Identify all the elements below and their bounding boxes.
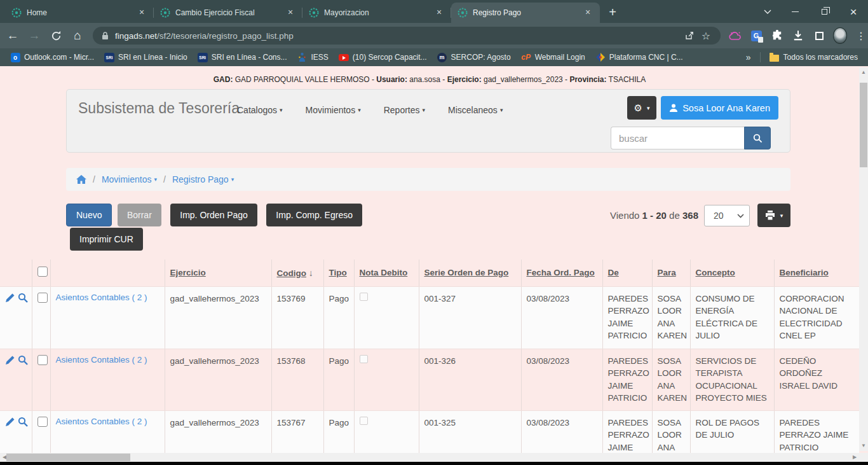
bookmarks-bar: oOutlook.com - Micr... SRiSRI en Línea -… [0,48,868,66]
minimize-button[interactable] [780,0,810,23]
tab-close-icon[interactable]: × [136,7,147,18]
scroll-right-icon[interactable]: ▶ [850,453,859,462]
col-nota-debito[interactable]: Nota Debito [354,260,419,286]
table-row: Asientos Contables ( 2 ) gad_vallehermos… [0,349,859,410]
row-checkbox[interactable] [37,355,48,365]
view-icon[interactable] [18,355,28,365]
row-checkbox[interactable] [37,417,48,427]
download-icon[interactable] [791,29,805,43]
site-favicon-icon [11,8,22,18]
bookmark-iess[interactable]: IESS [292,50,334,64]
nota-debito-checkbox[interactable] [360,355,368,363]
site-favicon-icon [160,8,170,18]
view-icon[interactable] [18,417,28,427]
settings-button[interactable]: ⚙▾ [627,96,656,120]
col-para[interactable]: Para [652,260,690,286]
vertical-scrollbar[interactable]: ▲ ▼ [859,67,868,451]
cpanel-icon: cP [521,53,531,62]
menu-reportes[interactable]: Reportes▾ [372,105,437,115]
tab-close-icon[interactable]: × [582,7,593,18]
select-all-checkbox[interactable] [37,267,48,277]
cloud-extension-icon[interactable] [728,29,742,43]
tab-close-icon[interactable]: × [433,7,445,18]
sri-icon: SRi [104,53,114,62]
bookmark-sercop-youtube[interactable]: (10) Sercop Capacit... [334,50,432,64]
col-beneficiario[interactable]: Beneficiario [774,260,859,286]
vertical-scrollbar-thumb[interactable] [860,83,867,167]
home-breadcrumb-icon[interactable] [76,175,86,184]
menu-miscelaneos[interactable]: Miscelaneos▾ [437,105,514,115]
breadcrumb-movimientos[interactable]: Movimientos▾ [102,174,157,184]
close-window-button[interactable]: × [839,0,868,23]
row-checkbox[interactable] [37,293,48,303]
horizontal-scrollbar[interactable]: ◀ ▶ [0,453,868,462]
asientos-contables-link[interactable]: Asientos Contables ( 2 ) [56,293,147,302]
user-icon [669,104,678,113]
bookmarks-overflow-icon[interactable]: » [741,52,756,62]
restore-button[interactable] [810,0,839,23]
bookmark-sercop-agosto[interactable]: mSERCOP: Agosto [432,50,516,64]
tab-bar: Home × Cambio Ejercicio Fiscal × Mayoriz… [0,0,868,23]
edit-icon[interactable] [5,417,15,427]
nota-debito-checkbox[interactable] [360,293,368,301]
tab-mayorizacion[interactable]: Mayorizacion × [302,3,451,23]
share-icon[interactable] [681,27,698,44]
borrar-button[interactable]: Borrar [118,204,161,226]
translate-extension-icon[interactable]: G [749,29,763,43]
view-icon[interactable] [18,293,28,303]
imp-comp-egreso-button[interactable]: Imp. Comp. Egreso [266,204,362,226]
bookmark-sri-consultas[interactable]: SRiSRI en Línea - Cons... [193,50,292,64]
horizontal-scrollbar-thumb[interactable] [6,454,130,461]
tab-home[interactable]: Home × [5,3,154,23]
col-tipo[interactable]: Tipo [323,260,354,286]
imprimir-cur-button[interactable]: Imprimir CUR [70,228,143,251]
imp-orden-pago-button[interactable]: Imp. Orden Pago [170,204,257,226]
nuevo-button[interactable]: Nuevo [66,204,112,226]
scroll-down-icon[interactable]: ▼ [859,441,868,451]
col-ejercicio[interactable]: Ejercicio [165,260,271,286]
address-bar[interactable]: fingads.net/sf2/tesoreria/registro_pago_… [93,27,721,45]
search-button[interactable] [744,127,771,149]
page-size-select[interactable]: 20 [704,205,750,226]
lock-icon [102,31,109,40]
breadcrumb-registro-pago[interactable]: Registro Pago▾ [172,174,234,184]
side-panel-icon[interactable] [812,29,826,43]
tab-close-icon[interactable]: × [285,7,296,18]
page-content: GAD: GAD PARROQUIAL VALLE HERMOSO - Usua… [0,66,868,462]
bookmark-sri-inicio[interactable]: SRiSRI en Línea - Inicio [99,50,193,64]
edit-icon[interactable] [5,355,15,365]
forward-icon[interactable]: → [25,26,43,45]
scroll-up-icon[interactable]: ▲ [859,67,868,78]
new-tab-button[interactable]: + [604,4,621,22]
window-chevron-icon[interactable] [755,0,780,23]
menu-catalogos[interactable]: Catalogos▾ [226,105,294,115]
search-icon [753,134,763,143]
bookmark-webmail[interactable]: cPWebmail Login [516,50,590,64]
search-input[interactable] [611,127,744,149]
back-icon[interactable]: ← [4,26,22,45]
col-concepto[interactable]: Concepto [690,260,774,286]
tab-registro-pago[interactable]: Registro Pago × [451,3,600,23]
bookmark-cnc[interactable]: Plataforma CNC | C... [590,50,688,64]
col-serie-orden-pago[interactable]: Serie Orden de Pago [419,260,521,286]
col-codigo[interactable]: Codigo ↓ [271,260,323,286]
edit-icon[interactable] [5,293,15,303]
home-icon[interactable]: ⌂ [69,26,86,45]
asientos-contables-link[interactable]: Asientos Contables ( 2 ) [56,355,147,364]
tab-cambio-ejercicio[interactable]: Cambio Ejercicio Fiscal × [154,3,302,23]
profile-avatar[interactable] [833,29,847,43]
print-button[interactable]: ▾ [757,204,790,227]
reload-icon[interactable] [47,26,65,45]
all-bookmarks[interactable]: Todos los marcadores [764,50,863,64]
asientos-contables-link[interactable]: Asientos Contables ( 2 ) [56,417,147,426]
col-de[interactable]: De [602,260,652,286]
menu-movimientos[interactable]: Movimientos▾ [294,105,372,115]
bookmark-star-icon[interactable]: ☆ [698,27,714,44]
nota-debito-checkbox[interactable] [360,417,368,425]
browser-menu-icon[interactable]: ⋮ [854,29,868,43]
col-fecha-ord-pago[interactable]: Fecha Ord. Pago [521,260,602,286]
caret-down-icon: ▾ [500,107,503,113]
extensions-puzzle-icon[interactable] [770,29,784,43]
user-button[interactable]: Sosa Loor Ana Karen [661,96,778,120]
bookmark-outlook[interactable]: oOutlook.com - Micr... [5,50,99,64]
